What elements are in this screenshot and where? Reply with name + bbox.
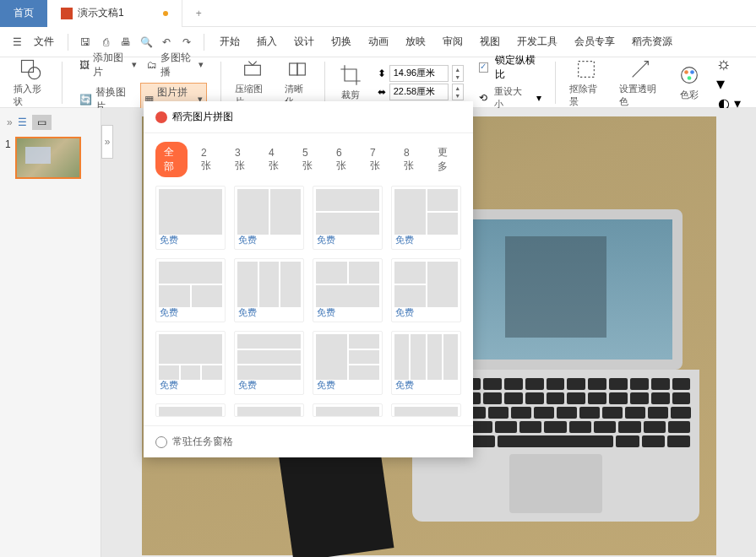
unsaved-dot-icon: [163, 11, 168, 16]
popup-tab-more[interactable]: 更多: [429, 142, 461, 177]
add-image-button[interactable]: 🖼添加图片 ▾: [76, 49, 140, 81]
tab-home[interactable]: 首页: [0, 0, 47, 27]
insert-shape-group[interactable]: 插入形状: [8, 57, 53, 108]
color-group[interactable]: 色彩: [672, 63, 706, 101]
clarity-group[interactable]: 清晰化: [280, 57, 316, 108]
hamburger-icon[interactable]: ☰: [8, 34, 25, 51]
transparency-icon: [628, 57, 652, 81]
svg-point-8: [690, 70, 694, 74]
popup-tab-all[interactable]: 全部: [155, 142, 188, 177]
ribbon-tab[interactable]: 会员专享: [568, 35, 622, 49]
slide-thumbnail[interactable]: 1: [15, 137, 81, 179]
ribbon-tab[interactable]: 设计: [287, 35, 321, 49]
template-item[interactable]: 免费: [234, 186, 304, 250]
size-group: ⬍ ▲▼ ⬌ ▲▼: [373, 65, 469, 100]
print-icon[interactable]: 🖶: [117, 34, 134, 51]
popup-tab[interactable]: 5张: [294, 143, 323, 176]
down-icon[interactable]: ▼: [453, 73, 463, 81]
lock-ratio-checkbox[interactable]: [479, 62, 488, 73]
multi-carousel-button[interactable]: 🗂多图轮播 ▾: [144, 49, 208, 81]
popup-tab[interactable]: 6张: [328, 143, 356, 176]
slide-panel: » ☰ ▭ 1: [0, 108, 101, 557]
collapse-icon[interactable]: »: [7, 116, 13, 128]
docer-logo-icon: [155, 111, 167, 123]
width-input[interactable]: [389, 84, 449, 100]
brightness-icon: ☼ ▾: [716, 54, 742, 94]
separator: [324, 62, 325, 104]
shape-icon: [19, 57, 42, 81]
slide-number: 1: [5, 138, 11, 150]
popup-tabs: 全部 2张 3张 4张 5张 6张 7张 8张 更多: [144, 133, 473, 186]
up-icon[interactable]: ▲: [453, 84, 463, 92]
template-item[interactable]: [234, 403, 304, 417]
template-item[interactable]: [155, 403, 226, 417]
template-item[interactable]: 免费: [155, 258, 226, 322]
height-input[interactable]: [389, 65, 449, 82]
save-icon[interactable]: 🖫: [77, 34, 94, 51]
svg-rect-4: [297, 63, 305, 75]
multi-carousel-label: 多图轮播: [160, 51, 196, 79]
template-item[interactable]: 免费: [313, 258, 383, 322]
transparency-group[interactable]: 设置透明色: [614, 57, 667, 108]
file-menu[interactable]: 文件: [29, 35, 59, 49]
height-spinner[interactable]: ▲▼: [452, 65, 464, 82]
add-image-label: 添加图片: [93, 51, 128, 79]
template-item[interactable]: 免费: [391, 331, 461, 395]
collapse-handle[interactable]: »: [101, 125, 113, 159]
color-icon: [677, 63, 701, 87]
ribbon-tab[interactable]: 视图: [473, 35, 507, 49]
thumbnail-view-icon[interactable]: ▭: [32, 115, 52, 130]
width-spinner[interactable]: ▲▼: [452, 84, 464, 100]
template-item[interactable]: 免费: [155, 186, 226, 250]
tab-add[interactable]: +: [182, 0, 215, 27]
template-item[interactable]: 免费: [313, 331, 383, 395]
crop-group[interactable]: 裁剪: [334, 63, 367, 101]
ribbon-tab[interactable]: 开发工具: [510, 35, 564, 49]
compress-group[interactable]: 压缩图片: [230, 57, 275, 108]
popup-tab[interactable]: 3张: [226, 143, 255, 176]
ribbon-tab[interactable]: 放映: [399, 35, 432, 49]
undo-icon[interactable]: ↶: [158, 34, 175, 51]
template-item[interactable]: 免费: [391, 186, 461, 250]
free-badge: 免费: [160, 379, 178, 392]
template-item[interactable]: [313, 403, 383, 417]
tab-bar: 首页 演示文稿1 +: [0, 0, 756, 27]
export-icon[interactable]: ⎙: [97, 34, 114, 51]
ribbon-tab[interactable]: 切换: [324, 35, 358, 49]
remove-bg-group[interactable]: 抠除背景: [564, 57, 609, 108]
popup-footer[interactable]: 常驻任务窗格: [144, 425, 473, 457]
redo-icon[interactable]: ↷: [178, 34, 195, 51]
free-badge: 免费: [160, 306, 178, 319]
free-badge: 免费: [395, 306, 414, 319]
template-item[interactable]: 免费: [234, 258, 304, 322]
template-item[interactable]: 免费: [155, 331, 226, 395]
template-item[interactable]: 免费: [234, 331, 304, 395]
popup-tab[interactable]: 2张: [193, 143, 221, 176]
replace-icon: 🔄: [79, 94, 92, 105]
popup-tab[interactable]: 8张: [395, 143, 424, 176]
up-icon[interactable]: ▲: [453, 66, 463, 73]
svg-rect-5: [579, 61, 595, 77]
gear-icon: [155, 436, 167, 448]
popup-tab[interactable]: 4张: [260, 143, 289, 176]
svg-rect-3: [290, 63, 297, 75]
toolbar: 插入形状 🖼添加图片 ▾ 🗂多图轮播 ▾ 🔄替换图片 ▦图片拼接 ▾ 压缩图片 …: [0, 57, 756, 108]
outline-view-icon[interactable]: ☰: [18, 116, 27, 128]
reset-icon: ⟲: [479, 92, 487, 104]
template-item[interactable]: 免费: [313, 186, 383, 250]
free-badge: 免费: [238, 379, 257, 392]
crop-label: 裁剪: [341, 89, 360, 101]
free-badge: 免费: [317, 379, 335, 392]
ribbon-tab[interactable]: 审阅: [436, 35, 470, 49]
ribbon-tab[interactable]: 稻壳资源: [625, 35, 679, 49]
brightness-group[interactable]: ☼ ▾ ◐ ▾: [711, 54, 748, 111]
popup-tab[interactable]: 7张: [362, 143, 390, 176]
template-item[interactable]: [391, 403, 461, 417]
preview-icon[interactable]: 🔍: [138, 34, 155, 51]
ribbon-tab[interactable]: 动画: [362, 35, 395, 49]
ribbon-tab[interactable]: 开始: [213, 35, 247, 49]
down-icon[interactable]: ▼: [453, 92, 463, 100]
tab-document[interactable]: 演示文稿1: [47, 0, 182, 27]
ribbon-tab[interactable]: 插入: [250, 35, 284, 49]
template-item[interactable]: 免费: [391, 258, 461, 322]
